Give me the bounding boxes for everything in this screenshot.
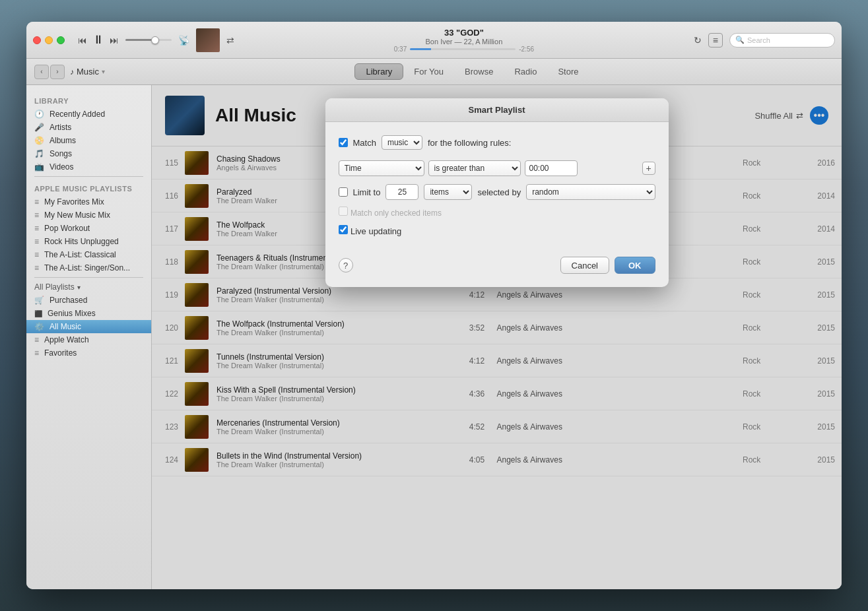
help-button[interactable]: ?: [339, 258, 353, 273]
artists-label: Artists: [50, 123, 71, 132]
tab-library[interactable]: Library: [354, 63, 403, 80]
sidebar-separator-2: [34, 277, 143, 278]
sidebar-item-songs[interactable]: 🎵 Songs: [26, 147, 151, 160]
new-music-icon: ≡: [34, 210, 39, 220]
recently-added-icon: 🕐: [34, 110, 44, 119]
nav-location-dropdown-icon[interactable]: ▾: [102, 68, 105, 75]
tab-store[interactable]: Store: [547, 64, 589, 79]
sidebar-item-a-list-classical[interactable]: ≡ The A-List: Classical: [26, 248, 151, 261]
sidebar-separator-1: [34, 176, 143, 177]
minimize-button[interactable]: [45, 36, 53, 44]
dialog-overlay: Smart Playlist Match music all any for t…: [152, 85, 842, 589]
progress-bar[interactable]: [410, 48, 516, 50]
sidebar-item-artists[interactable]: 🎤 Artists: [26, 121, 151, 134]
airplay-button[interactable]: 📡: [178, 35, 189, 46]
all-music-label: All Music: [50, 322, 81, 331]
songs-icon: 🎵: [34, 149, 44, 158]
all-playlists-chevron: ▾: [77, 284, 81, 291]
add-rule-button[interactable]: +: [642, 162, 655, 175]
genius-mixes-icon: ⬛: [34, 310, 42, 317]
rule-value-input[interactable]: [525, 160, 578, 176]
fast-forward-button[interactable]: ⏭: [110, 35, 119, 46]
back-button[interactable]: ‹: [34, 65, 49, 79]
match-type-select[interactable]: music all any: [382, 135, 422, 150]
live-updating-row: Live updating: [339, 225, 655, 237]
rewind-button[interactable]: ⏮: [78, 35, 87, 46]
list-view-button[interactable]: ≡: [708, 33, 723, 48]
nav-bar: ‹ › ♪ Music ▾ Library For You Browse Rad…: [26, 59, 842, 85]
cancel-button[interactable]: Cancel: [560, 257, 609, 274]
limit-checkbox[interactable]: [339, 187, 348, 197]
sidebar-item-albums[interactable]: 📀 Albums: [26, 134, 151, 147]
sidebar-item-my-favorites[interactable]: ≡ My Favorites Mix: [26, 195, 151, 209]
tab-for-you[interactable]: For You: [403, 64, 454, 79]
sidebar-item-new-music[interactable]: ≡ My New Music Mix: [26, 209, 151, 222]
limit-label: Limit to: [353, 187, 381, 197]
tab-browse[interactable]: Browse: [454, 64, 504, 79]
match-checkbox[interactable]: [339, 138, 348, 147]
time-elapsed: 0:37: [394, 46, 407, 53]
close-button[interactable]: [33, 36, 41, 44]
albums-label: Albums: [50, 136, 76, 145]
sidebar-item-pop-workout[interactable]: ≡ Pop Workout: [26, 222, 151, 235]
limit-value-input[interactable]: [385, 184, 418, 200]
recently-added-label: Recently Added: [50, 110, 105, 119]
dialog-actions: ? Cancel OK: [339, 250, 655, 274]
sidebar-item-purchased[interactable]: 🛒 Purchased: [26, 294, 151, 307]
sidebar-item-all-music[interactable]: ⚙️ All Music: [26, 320, 151, 333]
search-icon: 🔍: [735, 36, 745, 44]
rule-condition-select[interactable]: is greater than is less than is contains: [428, 160, 521, 176]
shuffle-button[interactable]: ⇄: [226, 35, 234, 46]
pop-workout-label: Pop Workout: [44, 224, 90, 233]
a-list-classical-label: The A-List: Classical: [44, 250, 116, 259]
nav-location: ♪ Music ▾: [70, 67, 105, 77]
sidebar-item-favorites[interactable]: ≡ Favorites: [26, 346, 151, 360]
rock-hits-label: Rock Hits Unplugged: [44, 237, 119, 246]
match-only-label: Match only checked items: [351, 209, 442, 218]
time-remaining: -2:56: [519, 46, 534, 53]
purchased-icon: 🛒: [34, 296, 44, 305]
genius-mixes-label: Genius Mixes: [48, 309, 96, 318]
forward-button[interactable]: ›: [50, 65, 65, 79]
selected-by-select[interactable]: random artist album song name rating pla…: [526, 184, 655, 200]
dialog-body: Match music all any for the following ru…: [325, 122, 669, 287]
match-label: Match: [353, 138, 376, 148]
apple-watch-label: Apple Watch: [44, 335, 89, 344]
purchased-label: Purchased: [50, 296, 87, 305]
sidebar-item-a-list-singer[interactable]: ≡ The A-List: Singer/Son...: [26, 261, 151, 274]
sidebar-item-apple-watch[interactable]: ≡ Apple Watch: [26, 333, 151, 346]
all-playlists-header[interactable]: All Playlists ▾: [26, 280, 151, 294]
my-favorites-label: My Favorites Mix: [44, 197, 104, 207]
maximize-button[interactable]: [57, 36, 65, 44]
sidebar: Library 🕐 Recently Added 🎤 Artists 📀 Alb…: [26, 85, 152, 589]
volume-slider[interactable]: [125, 39, 172, 41]
library-section-title: Library: [26, 92, 151, 108]
match-only-checkbox[interactable]: [339, 207, 348, 216]
live-updating-checkbox[interactable]: [339, 225, 348, 234]
sidebar-item-rock-hits[interactable]: ≡ Rock Hits Unplugged: [26, 235, 151, 248]
a-list-singer-label: The A-List: Singer/Son...: [44, 263, 130, 273]
limit-unit-select[interactable]: items MB GB hours minutes: [424, 184, 472, 200]
match-suffix: for the following rules:: [428, 138, 511, 148]
limit-row: Limit to items MB GB hours minutes selec…: [339, 184, 655, 200]
repeat-button[interactable]: ↻: [694, 35, 702, 46]
artists-icon: 🎤: [34, 123, 44, 132]
search-box[interactable]: 🔍 Search: [729, 33, 835, 48]
rock-hits-icon: ≡: [34, 237, 39, 246]
sidebar-item-recently-added[interactable]: 🕐 Recently Added: [26, 108, 151, 121]
ok-button[interactable]: OK: [615, 257, 655, 274]
sidebar-item-genius-mixes[interactable]: ⬛ Genius Mixes: [26, 307, 151, 320]
transport-controls: ⏮ ⏸ ⏭: [78, 33, 119, 47]
my-favorites-icon: ≡: [34, 197, 39, 207]
sidebar-item-videos[interactable]: 📺 Videos: [26, 160, 151, 174]
tab-radio[interactable]: Radio: [504, 64, 547, 79]
progress-area: 0:37 -2:56: [394, 46, 534, 53]
pop-workout-icon: ≡: [34, 224, 39, 233]
videos-label: Videos: [50, 162, 73, 172]
play-pause-button[interactable]: ⏸: [92, 33, 104, 47]
nav-location-label: Music: [77, 67, 99, 77]
apple-watch-icon: ≡: [34, 335, 39, 344]
rule-field-select[interactable]: Time Artist Album Genre: [339, 160, 424, 176]
smart-playlist-dialog: Smart Playlist Match music all any for t…: [325, 98, 669, 287]
apple-music-section-title: Apple Music Playlists: [26, 179, 151, 195]
